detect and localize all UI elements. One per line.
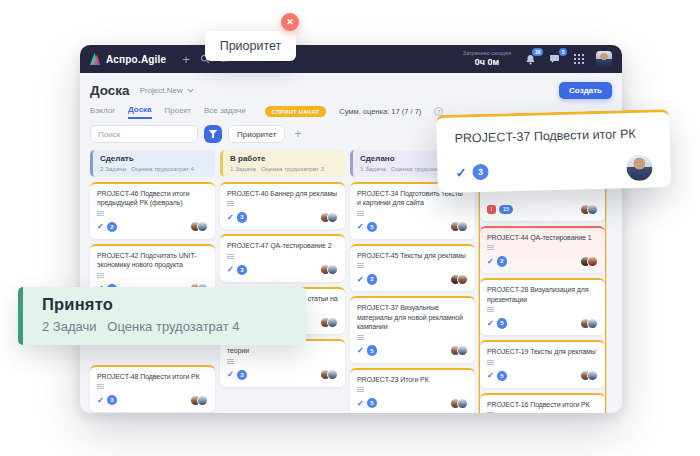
drag-preview-card[interactable]: PROJECT-37 Подвести итог РК ✓ 3	[436, 109, 671, 193]
column-header[interactable]: В работе1 Задача Оценка трудозатрат 3	[220, 150, 345, 177]
assignee-avatar	[327, 369, 338, 380]
assignee-avatar	[587, 256, 598, 267]
app-name: Аспро.Agile	[106, 54, 166, 65]
tab-все-задачи[interactable]: Все задачи	[204, 106, 246, 118]
check-icon: ✓	[227, 213, 234, 222]
column-title: В работе	[230, 154, 338, 163]
task-card-indicators: ✓2	[357, 274, 377, 285]
task-card[interactable]: PROJECT-45 Тексты для рекламы в VK✓2	[350, 244, 475, 291]
task-card[interactable]: PROJECT-40 Баннер для рекламы VK✓3	[220, 182, 345, 229]
assignee-avatar	[197, 395, 208, 406]
task-card-title: PROJECT-40 Баннер для рекламы VK	[227, 189, 338, 198]
estimate-badge: 5	[367, 345, 378, 356]
estimate-badge: 2	[367, 274, 378, 285]
page-title: Доска	[90, 83, 130, 98]
task-card[interactable]: PROJECT-23 Итоги РК✓5	[350, 368, 475, 413]
assignee-avatar	[457, 345, 468, 356]
task-card-footer: ✓5	[487, 370, 598, 382]
assignee-avatar	[587, 204, 598, 215]
task-card[interactable]: PROJECT-19 Тексты для рекламы VK✓5	[480, 340, 605, 387]
time-tracker-value: 0ч 0м	[463, 57, 511, 68]
messages-button[interactable]: 5	[548, 53, 561, 66]
description-icon	[357, 211, 364, 216]
accepted-callout-title: Принято	[42, 295, 306, 314]
task-card-title: PROJECT-42 Подсчитать UNIT-экономику нов…	[97, 251, 208, 270]
task-card-indicators: ✓3	[97, 395, 117, 406]
task-card[interactable]: PROJECT-47 QA-тестирование 2✓3	[220, 234, 345, 281]
description-icon	[97, 273, 104, 278]
apps-grid-button[interactable]	[572, 53, 585, 66]
assignee-avatars	[450, 345, 468, 356]
drag-card-title: PROJECT-37 Подвести итог РК	[454, 126, 651, 145]
chevron-down-icon	[187, 88, 194, 93]
assignee-avatars	[580, 204, 598, 215]
task-card[interactable]: PROJECT-44 QA-тестирование 1✓2	[480, 226, 605, 273]
estimate-badge: 5	[497, 318, 508, 329]
task-card[interactable]: PROJECT-46 Подвести итоги предыдущей РК …	[90, 182, 215, 239]
assignee-avatar	[457, 274, 468, 285]
description-icon	[487, 245, 494, 250]
notifications-button[interactable]: 28	[524, 53, 537, 66]
task-card[interactable]: PROJECT-37 Визуальные материалы для ново…	[350, 296, 475, 362]
task-card-indicators: ✓3	[227, 265, 247, 276]
check-icon: ✓	[357, 275, 364, 284]
assignee-avatars	[450, 221, 468, 232]
task-card-footer: ✓5	[357, 397, 468, 409]
tooltip-close-button[interactable]: ✕	[281, 13, 299, 31]
task-card-title: PROJECT-47 QA-тестирование 2	[227, 241, 338, 250]
task-card-title: PROJECT-19 Тексты для рекламы VK	[487, 347, 598, 356]
estimate-badge: 5	[367, 222, 378, 233]
column-title: Сделать	[100, 154, 208, 163]
assignee-avatar	[327, 317, 338, 328]
app-window: Аспро.Agile + Сп Затрачено сегодня 0ч 0м…	[80, 45, 622, 413]
task-card[interactable]: PROJECT-48 Подвести итоги РК✓3	[90, 365, 215, 412]
task-card-footer: ✓5	[357, 345, 468, 357]
filter-button[interactable]	[204, 125, 222, 143]
add-icon[interactable]: +	[182, 53, 190, 66]
add-filter-button[interactable]: +	[291, 127, 304, 141]
assignee-avatar	[457, 398, 468, 409]
tab-бэклог[interactable]: Бэклог	[90, 106, 115, 118]
tab-доска[interactable]: Доска	[128, 105, 151, 119]
time-tracker-label: Затрачено сегодня	[463, 50, 511, 57]
assignee-avatars	[580, 256, 598, 267]
estimate-badge: 2	[107, 222, 118, 233]
assignee-avatars	[450, 274, 468, 285]
app-logo[interactable]: Аспро.Agile	[90, 53, 166, 65]
check-icon: ✓	[97, 222, 104, 231]
accepted-column-callout: Принято 2 Задачи Оценка трудозатрат 4	[18, 287, 306, 345]
task-card[interactable]: теории✓3	[220, 339, 345, 386]
assignee-avatars	[320, 317, 338, 328]
task-card-title: PROJECT-44 QA-тестирование 1	[487, 233, 598, 242]
assignee-avatars	[320, 212, 338, 223]
assignee-avatar	[626, 154, 653, 181]
task-card-title: PROJECT-37 Визуальные материалы для ново…	[357, 303, 468, 331]
task-card[interactable]: PROJECT-28 Визуализация для презентации✓…	[480, 278, 605, 335]
assignee-avatars	[190, 221, 208, 232]
check-icon: ✓	[357, 222, 364, 231]
task-card-indicators: ✓3	[227, 212, 247, 223]
column-header[interactable]: Сделать2 Задачи Оценка трудозатрат 4	[90, 150, 215, 177]
assignee-avatars	[320, 264, 338, 275]
task-card-indicators: ✓2	[97, 222, 117, 233]
task-card-indicators: ✓3	[227, 370, 247, 381]
user-avatar[interactable]	[596, 51, 612, 67]
task-card-title: PROJECT-16 Подвести итоги РК	[487, 400, 598, 409]
topbar: Аспро.Agile + Сп Затрачено сегодня 0ч 0м…	[80, 45, 622, 73]
messages-count-badge: 5	[559, 48, 567, 56]
kanban-column: Сделать2 Задачи Оценка трудозатрат 4PROJ…	[90, 150, 215, 412]
task-card-title: PROJECT-46 Подвести итоги предыдущей РК …	[97, 189, 208, 208]
task-card[interactable]: PROJECT-16 Подвести итоги РК✓5	[480, 393, 605, 413]
search-input[interactable]	[90, 125, 198, 143]
chat-icon	[549, 54, 560, 65]
create-button[interactable]: Создать	[559, 82, 612, 99]
project-selector[interactable]: Project.New	[140, 86, 194, 95]
task-card-footer: ✓5	[487, 317, 598, 329]
tab-проект[interactable]: Проект	[165, 106, 191, 118]
check-icon: ✓	[487, 319, 494, 328]
estimate-badge: 3	[237, 265, 248, 276]
check-icon: ✓	[487, 257, 494, 266]
priority-filter-chip[interactable]: Приоритет	[228, 125, 285, 143]
estimate-badge: 3	[237, 370, 248, 381]
check-icon: ✓	[357, 399, 364, 408]
